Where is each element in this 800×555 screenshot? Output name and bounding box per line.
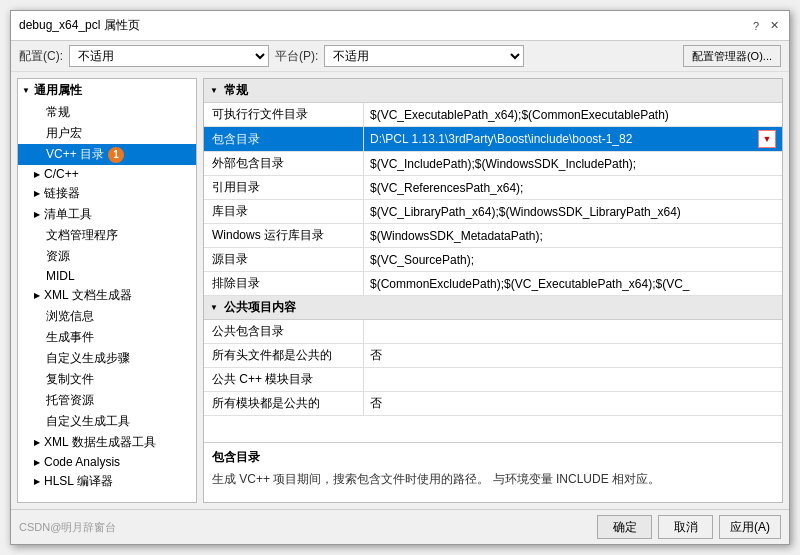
prop-value-cell: 否	[364, 392, 782, 415]
prop-name-cell: 公共 C++ 模块目录	[204, 368, 364, 391]
close-btn[interactable]: ✕	[767, 19, 781, 33]
prop-row[interactable]: 公共 C++ 模块目录	[204, 368, 782, 392]
prop-value-text: 否	[370, 395, 776, 412]
tree-item-manage-resources[interactable]: 托管资源	[18, 390, 196, 411]
tree-label-custom-build: 自定义生成步骤	[46, 350, 130, 367]
properties-table: ▼常规可执行行文件目录$(VC_ExecutablePath_x64);$(Co…	[204, 79, 782, 442]
prop-name-cell: 包含目录	[204, 127, 364, 151]
tree-item-auto-gen-tool[interactable]: 自定义生成工具	[18, 411, 196, 432]
config-label: 配置(C):	[19, 48, 63, 65]
prop-name-cell: 排除目录	[204, 272, 364, 295]
prop-value-cell: $(VC_ExecutablePath_x64);$(CommonExecuta…	[364, 103, 782, 126]
platform-combo[interactable]: 不适用	[324, 45, 524, 67]
prop-row[interactable]: 公共包含目录	[204, 320, 782, 344]
tree-item-general[interactable]: 常规	[18, 102, 196, 123]
prop-value-cell: $(WindowsSDK_MetadataPath);	[364, 224, 782, 247]
apply-btn[interactable]: 应用(A)	[719, 515, 781, 539]
platform-label: 平台(P):	[275, 48, 318, 65]
ok-btn[interactable]: 确定	[597, 515, 652, 539]
prop-value-text: D:\PCL 1.13.1\3rdParty\Boost\include\boo…	[370, 132, 758, 146]
prop-value-cell: 否	[364, 344, 782, 367]
prop-row[interactable]: 库目录$(VC_LibraryPath_x64);$(WindowsSDK_Li…	[204, 200, 782, 224]
tree-label-user-macros: 用户宏	[46, 125, 82, 142]
prop-row[interactable]: 外部包含目录$(VC_IncludePath);$(WindowsSDK_Inc…	[204, 152, 782, 176]
cancel-btn[interactable]: 取消	[658, 515, 713, 539]
prop-value-text: $(VC_ExecutablePath_x64);$(CommonExecuta…	[370, 108, 776, 122]
left-tree-panel: ▼通用属性常规用户宏VC++ 目录1▶C/C++▶链接器▶清单工具文档管理程序资…	[17, 78, 197, 503]
tree-item-copy-files[interactable]: 复制文件	[18, 369, 196, 390]
tree-item-xml-gen[interactable]: ▶XML 文档生成器	[18, 285, 196, 306]
prop-value-cell: $(VC_SourcePath);	[364, 248, 782, 271]
tree-item-hlsl[interactable]: ▶HLSL 编译器	[18, 471, 196, 492]
desc-text: 生成 VC++ 项目期间，搜索包含文件时使用的路径。 与环境变量 INCLUDE…	[212, 470, 774, 488]
tree-label-linker: 链接器	[44, 185, 80, 202]
prop-value-cell: D:\PCL 1.13.1\3rdParty\Boost\include\boo…	[364, 127, 782, 151]
prop-row[interactable]: Windows 运行库目录$(WindowsSDK_MetadataPath);	[204, 224, 782, 248]
prop-name-cell: 所有模块都是公共的	[204, 392, 364, 415]
prop-row[interactable]: 包含目录D:\PCL 1.13.1\3rdParty\Boost\include…	[204, 127, 782, 152]
prop-row[interactable]: 引用目录$(VC_ReferencesPath_x64);	[204, 176, 782, 200]
tree-label-midl: MIDL	[46, 269, 75, 283]
prop-name-cell: 源目录	[204, 248, 364, 271]
tree-item-doc-manager[interactable]: 文档管理程序	[18, 225, 196, 246]
prop-row[interactable]: 可执行行文件目录$(VC_ExecutablePath_x64);$(Commo…	[204, 103, 782, 127]
question-btn[interactable]: ?	[749, 19, 763, 33]
config-combo[interactable]: 不适用	[69, 45, 269, 67]
tree-item-browse-info[interactable]: 浏览信息	[18, 306, 196, 327]
tree-item-custom-build[interactable]: 自定义生成步骤	[18, 348, 196, 369]
bottom-bar: CSDN@明月辞窗台 确定 取消 应用(A)	[11, 509, 789, 544]
tree-item-xml-data-gen[interactable]: ▶XML 数据生成器工具	[18, 432, 196, 453]
prop-row[interactable]: 排除目录$(CommonExcludePath);$(VC_Executable…	[204, 272, 782, 296]
prop-name-cell: 库目录	[204, 200, 364, 223]
tree-item-user-macros[interactable]: 用户宏	[18, 123, 196, 144]
section-header-general: ▼常规	[204, 79, 782, 103]
tree-label-manage-resources: 托管资源	[46, 392, 94, 409]
prop-value-cell	[364, 320, 782, 343]
desc-title: 包含目录	[212, 449, 774, 466]
prop-value-cell: $(VC_ReferencesPath_x64);	[364, 176, 782, 199]
tree-label-general: 常规	[46, 104, 70, 121]
tree-item-common-props[interactable]: ▼通用属性	[18, 79, 196, 102]
tree-item-linker[interactable]: ▶链接器	[18, 183, 196, 204]
prop-value-text: $(VC_ReferencesPath_x64);	[370, 181, 776, 195]
tree-label-code-analysis: Code Analysis	[44, 455, 120, 469]
prop-dropdown-btn[interactable]: ▼	[758, 130, 776, 148]
right-panel: ▼常规可执行行文件目录$(VC_ExecutablePath_x64);$(Co…	[203, 78, 783, 503]
tree-label-doc-manager: 文档管理程序	[46, 227, 118, 244]
prop-value-text: $(VC_LibraryPath_x64);$(WindowsSDK_Libra…	[370, 205, 776, 219]
tree-item-build-events[interactable]: 生成事件	[18, 327, 196, 348]
tree-item-cpp[interactable]: ▶C/C++	[18, 165, 196, 183]
prop-name-cell: 所有头文件都是公共的	[204, 344, 364, 367]
tree-item-manifest[interactable]: ▶清单工具	[18, 204, 196, 225]
badge-vc-dirs: 1	[108, 147, 124, 163]
section-triangle-public-project-content[interactable]: ▼	[210, 303, 218, 312]
tree-label-common-props: 通用属性	[34, 82, 82, 99]
watermark: CSDN@明月辞窗台	[19, 520, 116, 535]
config-manager-btn[interactable]: 配置管理器(O)...	[683, 45, 781, 67]
tree-item-vc-dirs[interactable]: VC++ 目录1	[18, 144, 196, 165]
prop-name-cell: 可执行行文件目录	[204, 103, 364, 126]
title-bar: debug_x64_pcl 属性页 ? ✕	[11, 11, 789, 41]
title-controls: ? ✕	[749, 19, 781, 33]
tree-label-xml-gen: XML 文档生成器	[44, 287, 132, 304]
dialog: debug_x64_pcl 属性页 ? ✕ 配置(C): 不适用 平台(P): …	[10, 10, 790, 545]
section-header-public-project-content: ▼公共项目内容	[204, 296, 782, 320]
tree-label-hlsl: HLSL 编译器	[44, 473, 113, 490]
prop-row[interactable]: 所有模块都是公共的否	[204, 392, 782, 416]
prop-value-text: $(WindowsSDK_MetadataPath);	[370, 229, 776, 243]
tree-label-auto-gen-tool: 自定义生成工具	[46, 413, 130, 430]
prop-value-cell: $(VC_LibraryPath_x64);$(WindowsSDK_Libra…	[364, 200, 782, 223]
tree-item-code-analysis[interactable]: ▶Code Analysis	[18, 453, 196, 471]
tree-label-copy-files: 复制文件	[46, 371, 94, 388]
prop-row[interactable]: 源目录$(VC_SourcePath);	[204, 248, 782, 272]
prop-name-cell: 外部包含目录	[204, 152, 364, 175]
tree-label-vc-dirs: VC++ 目录	[46, 146, 104, 163]
section-triangle-general[interactable]: ▼	[210, 86, 218, 95]
prop-value-text: 否	[370, 347, 776, 364]
prop-value-cell: $(CommonExcludePath);$(VC_ExecutablePath…	[364, 272, 782, 295]
prop-row[interactable]: 所有头文件都是公共的否	[204, 344, 782, 368]
tree-item-midl[interactable]: MIDL	[18, 267, 196, 285]
tree-item-resources[interactable]: 资源	[18, 246, 196, 267]
toolbar: 配置(C): 不适用 平台(P): 不适用 配置管理器(O)...	[11, 41, 789, 72]
tree-label-resources: 资源	[46, 248, 70, 265]
